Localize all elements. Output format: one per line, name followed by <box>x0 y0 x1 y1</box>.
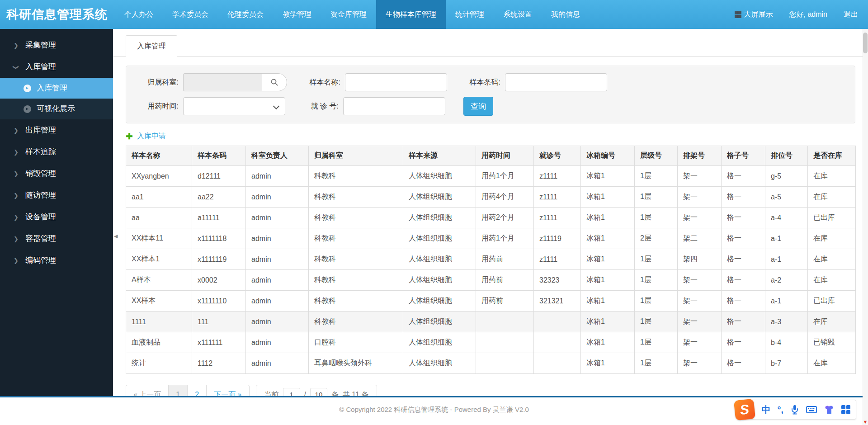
sidebar-item-label: 设备管理 <box>25 212 56 221</box>
tab-inbound-management[interactable]: 入库管理 <box>126 35 177 57</box>
sidebar-item[interactable]: ❯采集管理 <box>0 34 113 56</box>
skin-shirt-icon[interactable] <box>824 405 835 415</box>
nav-item[interactable]: 系统设置 <box>494 0 542 29</box>
medication-time-select[interactable] <box>183 97 285 115</box>
nav-item[interactable]: 教学管理 <box>273 0 321 29</box>
table-row[interactable]: XX样本11x1111118admin科教科人体组织细胞用药1个月z11119冰… <box>126 228 856 249</box>
table-row[interactable]: 统计1112admin耳鼻咽喉头颈外科人体组织细胞冰箱11层架一格一b-7在库 <box>126 353 856 374</box>
table-cell: 格一 <box>722 270 765 291</box>
table-cell: aa22 <box>192 187 246 208</box>
sidebar-item[interactable]: ❯编码管理 <box>0 250 113 271</box>
sidebar-item[interactable]: ❯样本追踪 <box>0 141 113 163</box>
table-cell: 1层 <box>635 270 678 291</box>
nav-item[interactable]: 生物样本库管理 <box>376 0 446 29</box>
barcode-input[interactable] <box>505 73 607 91</box>
table-cell: 111 <box>192 312 246 332</box>
table-cell: 冰箱1 <box>581 249 635 270</box>
table-cell: a11111 <box>192 208 246 228</box>
table-cell: admin <box>246 187 309 208</box>
table-cell: 科教科 <box>309 228 403 249</box>
table-cell <box>476 353 534 374</box>
table-cell <box>534 312 581 332</box>
table-cell: admin <box>246 353 309 374</box>
sidebar-item[interactable]: ❯销毁管理 <box>0 163 113 184</box>
tab-bar: 入库管理 <box>113 35 868 57</box>
table-header-row: 样本名称样本条码科室负责人归属科室样本来源用药时间就诊号冰箱编号层级号排架号格子… <box>126 146 856 166</box>
table-row[interactable]: XX样本1x1111119admin科教科人体组织细胞用药前z1111冰箱11层… <box>126 249 856 270</box>
page-footer: © Copyright 2022 科研信息管理系统 - Powered By 灵… <box>0 397 868 424</box>
add-inbound-link[interactable]: ✚ 入库申请 <box>126 132 166 141</box>
page-number-button[interactable]: 2 <box>188 385 207 396</box>
sogou-logo-icon[interactable]: S <box>734 399 755 420</box>
table-row[interactable]: XX样本x1111110admin科教科人体组织细胞用药前321321冰箱11层… <box>126 291 856 312</box>
sidebar-subitem[interactable]: 入库管理 <box>0 78 113 99</box>
table-row[interactable]: 1111111admin科教科人体组织细胞冰箱11层架一格一a-3在库 <box>126 312 856 332</box>
current-page-box[interactable]: 1 <box>283 388 300 396</box>
visit-no-input[interactable] <box>343 97 445 115</box>
table-cell: 在库 <box>808 187 856 208</box>
dept-search-button[interactable] <box>262 73 287 91</box>
medication-time-label: 用药时间: <box>134 102 183 111</box>
scrollbar-down-arrow[interactable]: ▼ <box>863 420 868 425</box>
chevron-icon: ❯ <box>14 120 19 142</box>
table-cell: 架二 <box>678 228 722 249</box>
table-cell: z11119 <box>534 228 581 249</box>
keyboard-icon[interactable] <box>806 406 817 414</box>
column-header: 是否在库 <box>808 146 856 166</box>
sidebar-item[interactable]: ❯随访管理 <box>0 184 113 206</box>
sidebar-item[interactable]: ❯入库管理 <box>0 56 113 78</box>
column-header: 排架号 <box>678 146 722 166</box>
nav-item[interactable]: 学术委员会 <box>163 0 218 29</box>
next-page-button[interactable]: 下一页 » <box>207 385 249 396</box>
nav-item[interactable]: 个人办公 <box>115 0 163 29</box>
microphone-icon[interactable] <box>790 405 799 415</box>
table-cell: 人体组织细胞 <box>403 332 476 353</box>
logout-link[interactable]: 退出 <box>844 10 858 19</box>
table-row[interactable]: aaa11111admin科教科人体组织细胞用药2个月z1111冰箱11层架一格… <box>126 208 856 228</box>
table-cell: 冰箱1 <box>581 187 635 208</box>
table-cell: x0002 <box>192 270 246 291</box>
language-toggle-icon[interactable]: 中 <box>761 405 770 414</box>
table-cell: 在库 <box>808 270 856 291</box>
query-button[interactable]: 查询 <box>463 97 493 116</box>
chevron-icon: ❯ <box>14 142 19 163</box>
nav-item[interactable]: 我的信息 <box>542 0 590 29</box>
prev-page-button[interactable]: « 上一页 <box>126 385 169 396</box>
vertical-scrollbar[interactable]: ▼ <box>863 29 868 425</box>
sidebar-item-label: 采集管理 <box>25 41 56 49</box>
table-cell <box>476 332 534 353</box>
sidebar-collapse-handle[interactable]: ◀ <box>114 233 118 239</box>
punctuation-toggle-icon[interactable]: °, <box>777 405 783 414</box>
column-header: 层级号 <box>635 146 678 166</box>
page-number-button[interactable]: 1 <box>169 385 188 396</box>
table-cell: 格一 <box>722 187 765 208</box>
nav-item[interactable]: 伦理委员会 <box>218 0 273 29</box>
search-form-row-1: 归属科室: 样本名称: 样本条码: <box>134 73 846 91</box>
table-row[interactable]: XXyangbend12111admin科教科人体组织细胞用药1个月z1111冰… <box>126 166 856 187</box>
table-cell: 人体组织细胞 <box>403 249 476 270</box>
page-size-box[interactable]: 10 <box>310 388 327 396</box>
user-greeting[interactable]: 您好, admin <box>789 10 827 19</box>
table-cell: b-4 <box>765 332 808 353</box>
table-cell: 冰箱1 <box>581 166 635 187</box>
sample-name-input[interactable] <box>345 73 447 91</box>
table-cell: 架一 <box>678 187 722 208</box>
sidebar-item[interactable]: ❯容器管理 <box>0 228 113 250</box>
dept-input[interactable] <box>183 73 262 91</box>
sidebar-item[interactable]: ❯出库管理 <box>0 119 113 141</box>
table-cell: 科教科 <box>309 166 403 187</box>
nav-item[interactable]: 资金库管理 <box>321 0 376 29</box>
table-row[interactable]: A样本x0002admin科教科人体组织细胞用药前32323冰箱11层架一格一a… <box>126 270 856 291</box>
column-header: 冰箱编号 <box>581 146 635 166</box>
sidebar-item[interactable]: ❯设备管理 <box>0 206 113 228</box>
nav-item[interactable]: 统计管理 <box>446 0 494 29</box>
big-screen-link[interactable]: 大屏展示 <box>735 10 773 19</box>
pager: « 上一页12下一页 » <box>126 385 250 396</box>
sidebar-subitem[interactable]: 可视化展示 <box>0 99 113 119</box>
table-row[interactable]: aa1aa22admin科教科人体组织细胞用药4个月z1111冰箱11层架一格一… <box>126 187 856 208</box>
table-cell: 已销毁 <box>808 332 856 353</box>
table-row[interactable]: 血液制品x111111admin口腔科人体组织细胞冰箱11层架一格一b-4已销毁 <box>126 332 856 353</box>
toolbox-grid-icon[interactable] <box>841 405 850 414</box>
scrollbar-thumb[interactable] <box>863 33 868 53</box>
chevron-icon: ❯ <box>5 65 27 70</box>
